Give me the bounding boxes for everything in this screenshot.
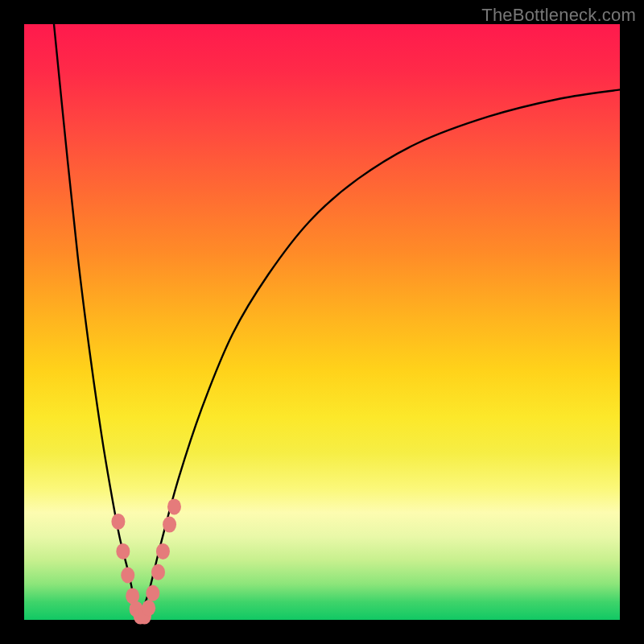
data-marker — [116, 543, 130, 559]
plot-area — [24, 24, 620, 620]
bottleneck-curve — [24, 24, 620, 620]
curve-right-branch — [140, 89, 620, 617]
data-marker — [167, 498, 181, 514]
chart-frame: TheBottleneck.com — [0, 0, 644, 644]
data-marker — [111, 514, 125, 530]
data-marker — [163, 517, 176, 533]
data-marker — [156, 543, 170, 559]
data-markers — [111, 498, 181, 624]
watermark-label: TheBottleneck.com — [481, 5, 636, 26]
data-marker — [121, 568, 134, 584]
data-marker — [142, 600, 155, 616]
data-marker — [146, 585, 159, 601]
data-marker — [151, 564, 165, 580]
curve-left-branch — [54, 24, 140, 617]
